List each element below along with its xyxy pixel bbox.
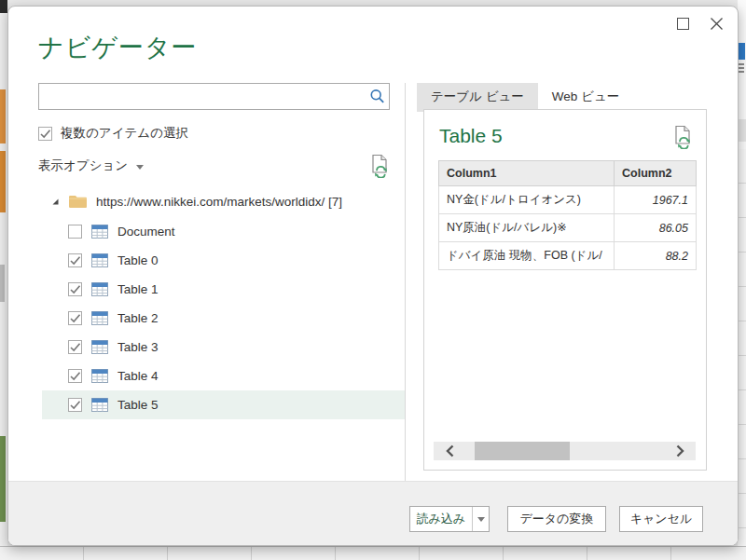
table-icon — [91, 340, 108, 354]
tab-table-view[interactable]: テーブル ビュー — [417, 83, 538, 112]
cell-value: 86.05 — [615, 214, 697, 242]
item-checkbox[interactable] — [68, 398, 82, 412]
cell-name: NY原油(ドル/バレル)※ — [439, 214, 615, 242]
transform-data-button[interactable]: データの変換 — [507, 506, 606, 532]
check-icon — [70, 401, 81, 410]
chevron-left-icon — [446, 444, 454, 458]
excel-background-left — [0, 0, 7, 560]
pane-divider — [405, 83, 406, 485]
multi-select-checkbox[interactable] — [38, 127, 52, 141]
document-refresh-icon — [672, 125, 693, 149]
document-refresh-icon — [369, 154, 390, 178]
horizontal-scrollbar[interactable] — [434, 442, 696, 460]
load-button[interactable]: 読み込み — [410, 511, 472, 527]
tree-item-label: Table 4 — [117, 369, 159, 383]
check-icon — [70, 256, 81, 266]
check-icon — [70, 372, 81, 381]
table-icon — [91, 311, 108, 325]
maximize-button[interactable] — [674, 15, 691, 32]
table-row: ドバイ原油 現物、FOB (ドル/ 88.2 — [439, 242, 697, 270]
display-options-row: 表示オプション — [38, 155, 390, 177]
excel-grid-bottom — [0, 546, 746, 560]
table-icon — [91, 369, 108, 383]
folder-icon — [68, 194, 88, 209]
tree-item[interactable]: Document — [42, 217, 405, 246]
preview-title: Table 5 — [439, 125, 503, 147]
page-title: ナビゲーター — [38, 31, 198, 64]
excel-background-right — [738, 0, 746, 560]
cell-value: 88.2 — [615, 242, 697, 270]
cancel-button[interactable]: キャンセル — [619, 506, 703, 532]
tree-item-label: Document — [117, 225, 175, 239]
preview-panel: Table 5 Column1 Column2 N — [423, 109, 707, 471]
preview-table: Column1 Column2 NY金(ドル/トロイオンス) 1967.1 NY… — [438, 160, 697, 270]
check-icon — [70, 285, 81, 294]
column-header: Column2 — [615, 161, 697, 186]
table-row: NY金(ドル/トロイオンス) 1967.1 — [439, 186, 697, 214]
preview-tabs: テーブル ビュー Web ビュー — [417, 83, 633, 112]
search-input[interactable] — [39, 84, 365, 109]
scroll-left-button[interactable] — [434, 442, 465, 460]
tree-item[interactable]: Table 3 — [42, 333, 405, 362]
tree-item[interactable]: Table 5 — [42, 390, 405, 419]
preview-refresh-button[interactable] — [672, 125, 693, 149]
tree-item[interactable]: Table 0 — [42, 246, 405, 275]
cell-name: ドバイ原油 現物、FOB (ドル/ — [439, 242, 615, 270]
column-header: Column1 — [439, 161, 615, 186]
tree-item-label: Table 2 — [117, 311, 159, 325]
display-options-dropdown[interactable]: 表示オプション — [38, 157, 128, 174]
close-icon — [710, 17, 724, 31]
close-button[interactable] — [708, 15, 725, 32]
check-icon — [70, 314, 81, 323]
tree-root-row[interactable]: https://www.nikkei.com/markets/worldidx/… — [38, 187, 405, 215]
table-icon — [91, 282, 108, 296]
navigator-dialog: ナビゲーター 複数のアイテムの選択 表示オプション — [7, 6, 739, 546]
preview-table-body: NY金(ドル/トロイオンス) 1967.1 NY原油(ドル/バレル)※ 86.0… — [439, 186, 697, 270]
tree-items: Document Table 0 Table 1 — [38, 217, 405, 419]
check-icon — [70, 343, 81, 352]
excel-paste-icon — [739, 43, 745, 60]
tree-item-label: Table 0 — [117, 253, 159, 267]
table-icon — [91, 225, 108, 239]
table-icon — [91, 398, 108, 412]
search-icon — [365, 89, 389, 104]
table-row: NY原油(ドル/バレル)※ 86.05 — [439, 214, 697, 242]
refresh-button[interactable] — [369, 154, 390, 178]
item-checkbox[interactable] — [68, 253, 82, 267]
search-box — [38, 83, 390, 110]
item-checkbox[interactable] — [68, 311, 82, 325]
item-checkbox[interactable] — [68, 225, 82, 239]
excel-grid — [738, 149, 746, 560]
tree-expander-icon[interactable] — [50, 197, 60, 206]
item-checkbox[interactable] — [68, 282, 82, 296]
tab-web-view[interactable]: Web ビュー — [538, 83, 633, 112]
table-icon — [91, 253, 108, 267]
scrollbar-thumb[interactable] — [475, 442, 570, 460]
load-dropdown-button[interactable] — [472, 507, 489, 531]
chevron-down-icon — [136, 165, 144, 170]
tree-item[interactable]: Table 4 — [42, 362, 405, 390]
dialog-footer: 読み込み データの変換 キャンセル — [8, 481, 738, 545]
item-checkbox[interactable] — [68, 340, 82, 354]
tree-item[interactable]: Table 2 — [42, 304, 405, 333]
tree-root-label: https://www.nikkei.com/markets/worldidx/… — [96, 195, 342, 209]
tree-item-label: Table 1 — [117, 282, 159, 296]
check-icon — [40, 130, 51, 139]
navigator-tree: https://www.nikkei.com/markets/worldidx/… — [38, 187, 405, 419]
tree-item-label: Table 3 — [117, 340, 159, 354]
maximize-icon — [677, 18, 689, 30]
chevron-right-icon — [676, 444, 684, 458]
load-split-button: 読み込み — [409, 506, 490, 532]
tree-item-label: Table 5 — [117, 398, 159, 412]
item-checkbox[interactable] — [68, 369, 82, 383]
tree-item[interactable]: Table 1 — [42, 275, 405, 304]
cell-name: NY金(ドル/トロイオンス) — [439, 186, 615, 214]
cell-value: 1967.1 — [615, 186, 697, 214]
multi-select-label: 複数のアイテムの選択 — [61, 125, 188, 142]
multi-select-row: 複数のアイテムの選択 — [38, 125, 188, 142]
scroll-right-button[interactable] — [664, 442, 696, 460]
chevron-down-icon — [477, 517, 485, 522]
